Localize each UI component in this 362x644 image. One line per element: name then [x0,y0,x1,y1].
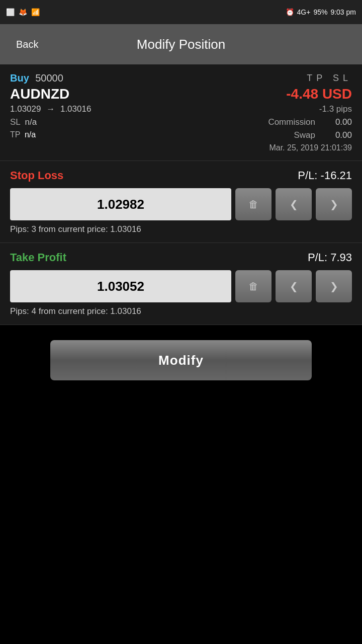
tp-pl-label: P/L: [308,251,327,264]
sl-item: SL n/a [10,117,37,127]
sl-value: n/a [25,117,37,127]
chevron-left-icon-tp [290,280,298,293]
modify-section: Modify [0,325,362,395]
price-to: 1.03016 [60,104,91,114]
position-info: Buy 50000 TP SL AUDNZD -4.48 USD 1.03029… [0,64,362,161]
tp-row-secondary: TP n/a Swap 0.00 [10,130,352,140]
sl-label: SL [10,117,21,127]
signal-strength: 4G+ [297,8,311,16]
status-bar-icons: ⬜ 🦊 📶 [6,8,40,16]
swap-row: Swap 0.00 [294,130,352,140]
position-action-volume: Buy 50000 [10,72,63,84]
date-row: Mar. 25, 2019 21:01:39 [10,143,352,152]
trash-icon [248,198,258,211]
tp-price-input[interactable] [10,270,231,302]
battery-level: 95% [313,8,327,16]
volume-label: 50000 [35,72,63,84]
wifi-icon: 📶 [31,8,40,16]
pair-name: AUDNZD [10,86,69,102]
chevron-right-icon-tp [330,280,338,293]
swap-label: Swap [294,130,315,140]
stop-loss-label: Stop Loss [10,169,63,182]
tp-section-header: Take Profit P/L: 7.93 [10,251,352,264]
position-top-row: Buy 50000 TP SL [10,72,352,84]
chevron-left-icon [290,198,298,211]
firefox-icon: 🦊 [19,8,27,16]
page-title: Modify Position [137,37,225,52]
commission-value: 0.00 [335,117,352,127]
commission-row: Commission 0.00 [268,117,352,127]
take-profit-label: Take Profit [10,251,66,264]
status-bar: ⬜ 🦊 📶 ⏰ 4G+ 95% 9:03 pm [0,0,362,24]
gallery-icon: ⬜ [6,8,15,16]
tp-value: n/a [25,130,36,139]
clock: 9:03 pm [330,8,356,16]
price-row: 1.03029 → 1.03016 -1.3 pips [10,104,352,114]
sl-pl-display: P/L: -16.21 [298,169,352,182]
tp-pips-info: Pips: 4 from current price: 1.03016 [10,306,352,316]
sl-pl-label: P/L: [298,169,317,182]
sl-tp-details-row: SL n/a Commission 0.00 [10,117,352,127]
sl-price-input[interactable] [10,188,231,220]
commission-swap: Commission 0.00 [268,117,352,127]
tp-increment-button[interactable] [316,270,352,302]
pips-value: -1.3 pips [319,104,352,114]
tp-pl-value: 7.93 [330,251,352,264]
swap-value: 0.00 [335,130,352,140]
back-button[interactable]: Back [10,35,44,54]
tp-input-row [10,270,352,302]
position-date: Mar. 25, 2019 21:01:39 [269,143,352,152]
sl-delete-button[interactable] [235,188,272,220]
swap-area: Swap 0.00 [294,130,352,140]
action-label: Buy [10,72,29,84]
sl-pl-value: -16.21 [321,169,352,182]
chevron-right-icon [330,198,338,211]
top-nav: Back Modify Position [0,24,362,64]
take-profit-section: Take Profit P/L: 7.93 Pips: 4 from curre… [0,243,362,325]
price-from-to: 1.03029 → 1.03016 [10,104,91,114]
commission-label: Commission [268,117,315,127]
sl-input-row [10,188,352,220]
arrow-icon: → [46,104,55,114]
sl-decrement-button[interactable] [276,188,312,220]
status-bar-right: ⏰ 4G+ 95% 9:03 pm [286,8,356,16]
price-from: 1.03029 [10,104,41,114]
pnl-value: -4.48 USD [286,86,352,102]
tp-label: TP [10,130,20,139]
tp-decrement-button[interactable] [276,270,312,302]
tp-pl-display: P/L: 7.93 [308,251,352,264]
stop-loss-section: Stop Loss P/L: -16.21 Pips: 3 from curre… [0,161,362,243]
sl-tp-left: SL n/a [10,117,37,127]
tp-sl-header: TP SL [307,73,352,84]
tp-item: TP n/a [10,130,36,140]
sl-increment-button[interactable] [316,188,352,220]
modify-button[interactable]: Modify [50,340,312,380]
trash-icon-tp [248,280,258,293]
sl-section-header: Stop Loss P/L: -16.21 [10,169,352,182]
sl-pips-info: Pips: 3 from current price: 1.03016 [10,224,352,234]
tp-delete-button[interactable] [235,270,272,302]
pair-row: AUDNZD -4.48 USD [10,86,352,102]
alarm-icon: ⏰ [286,8,294,16]
